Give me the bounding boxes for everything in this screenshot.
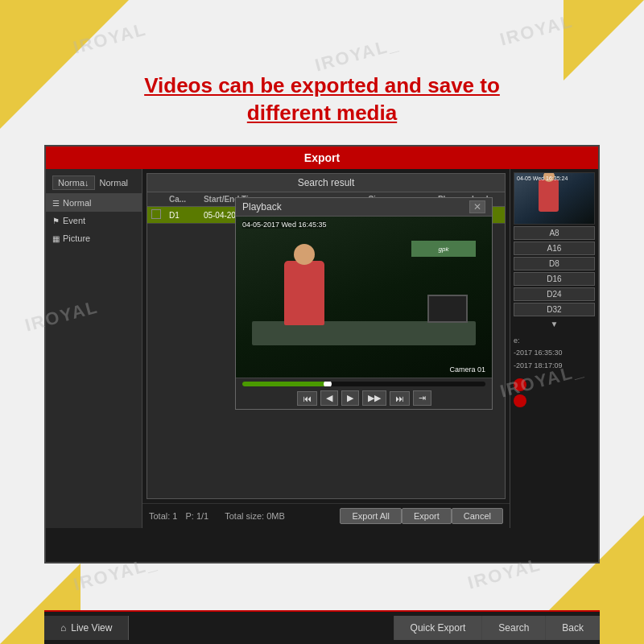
step-forward-button[interactable]: ▶▶ <box>362 390 386 406</box>
checkbox-checked[interactable] <box>151 209 161 219</box>
search-button[interactable]: Search <box>481 616 545 640</box>
red-circle-2[interactable] <box>514 394 526 407</box>
row-channel: D1 <box>165 207 200 224</box>
dvr-title: Export <box>304 151 340 164</box>
heading-text: Videos can be exported and save to diffe… <box>0 72 644 127</box>
playback-controls: ⏮ ◀ ▶ ▶▶ ⏭ ⇥ <box>236 378 492 409</box>
scene-person <box>284 261 324 325</box>
cancel-button[interactable]: Cancel <box>452 508 503 524</box>
video-frame: gpk 04-05-2017 Wed 16:45:35 Camera 01 <box>236 217 492 378</box>
status-total-size: Total size: 0MB <box>225 511 285 521</box>
video-timestamp: 04-05-2017 Wed 16:45:35 <box>242 221 326 229</box>
live-view-button[interactable]: ⌂ Live View <box>44 616 129 640</box>
skip-start-button[interactable]: ⏮ <box>297 391 317 406</box>
sidebar-item-event[interactable]: ⚑ Event <box>46 212 142 229</box>
bg-triangle-tr <box>564 0 644 80</box>
expand-button[interactable]: ⇥ <box>413 390 431 406</box>
col-checkbox <box>147 192 165 207</box>
camera-preview: 04-05 Wed 16:35:24 <box>514 172 595 225</box>
channel-d8[interactable]: D8 <box>514 257 595 270</box>
scene-head <box>294 244 315 265</box>
cam-timestamp: 04-05 Wed 16:35:24 <box>517 175 568 181</box>
playback-buttons: ⏮ ◀ ▶ ▶▶ ⏭ ⇥ <box>242 390 485 406</box>
red-circle-1[interactable] <box>514 378 526 391</box>
sidebar-item-normal[interactable]: ☰ Normal <box>46 194 142 212</box>
progress-fill <box>242 382 328 386</box>
sidebar-item-event-label: Event <box>63 216 85 225</box>
playback-modal: Playback ✕ gpk 04-05-2017 Wed 16:45:35 <box>235 197 493 410</box>
info-start-value: -2017 16:35:30 <box>514 347 595 359</box>
status-page: P: 1/1 <box>185 511 208 521</box>
dvr-navbar: ⌂ Live View Quick Export Search Back <box>44 610 600 644</box>
info-start-label: e: <box>514 335 595 347</box>
step-back-button[interactable]: ◀ <box>320 390 338 406</box>
play-button[interactable]: ▶ <box>341 390 359 406</box>
scroll-down-icon[interactable]: ▼ <box>514 318 595 330</box>
playback-title: Playback <box>242 201 282 213</box>
playback-close-button[interactable]: ✕ <box>469 200 485 213</box>
search-result-header: Search result <box>147 174 505 192</box>
channel-d24[interactable]: D24 <box>514 287 595 301</box>
playback-modal-header: Playback ✕ <box>236 198 492 217</box>
dvr-body: Norma↓ Normal ☰ Normal ⚑ Event ▦ Picture… <box>46 169 598 528</box>
back-button[interactable]: Back <box>545 616 600 640</box>
scene-banner: gpk <box>411 241 476 257</box>
heading-area: Videos can be exported and save to diffe… <box>0 72 644 127</box>
cam-person <box>539 180 559 212</box>
scene-monitor <box>427 295 468 323</box>
dvr-sidebar: Norma↓ Normal ☰ Normal ⚑ Event ▦ Picture <box>46 169 142 528</box>
sidebar-item-normal-label: Normal <box>63 198 91 208</box>
dvr-titlebar: Export <box>46 147 598 169</box>
sidebar-item-picture-label: Picture <box>63 233 90 243</box>
info-panel: e: -2017 16:35:30 -2017 18:17:09 <box>514 335 595 372</box>
status-bar: Total: 1 P: 1/1 Total size: 0MB Export A… <box>142 503 510 528</box>
mode-label[interactable]: Norma↓ <box>52 175 95 190</box>
mode-selector[interactable]: Norma↓ Normal <box>46 172 142 194</box>
video-camera-label: Camera 01 <box>449 365 485 374</box>
export-button[interactable]: Export <box>402 508 452 524</box>
live-view-label: Live View <box>71 622 112 634</box>
dvr-right-panel: 04-05 Wed 16:35:24 A8 A16 D8 D16 D24 D32… <box>510 169 598 528</box>
dvr-main-content: Search result Ca... Start/End Time Size … <box>142 169 510 528</box>
event-icon: ⚑ <box>52 217 60 225</box>
progress-thumb[interactable] <box>324 382 332 386</box>
channel-a8[interactable]: A8 <box>514 226 595 240</box>
heading-line2: different media <box>247 101 397 125</box>
quick-export-button[interactable]: Quick Export <box>394 616 482 640</box>
channel-d16[interactable]: D16 <box>514 272 595 286</box>
sidebar-item-picture[interactable]: ▦ Picture <box>46 229 142 247</box>
scene-banner-text: gpk <box>439 246 449 253</box>
dvr-interface: Export Norma↓ Normal ☰ Normal ⚑ Event ▦ … <box>44 145 600 564</box>
search-result-title: Search result <box>298 177 355 188</box>
picture-icon: ▦ <box>52 234 60 243</box>
progress-bar[interactable] <box>242 382 485 386</box>
export-all-button[interactable]: Export All <box>340 508 401 524</box>
watermark-2: IROYAL_ <box>312 34 401 76</box>
person-sim: 04-05 Wed 16:35:24 <box>514 173 594 224</box>
normal-icon: ☰ <box>52 199 60 208</box>
mode-value: Normal <box>95 176 133 189</box>
info-end-value: -2017 18:17:09 <box>514 360 595 372</box>
row-checkbox[interactable] <box>147 207 165 224</box>
skip-end-button[interactable]: ⏭ <box>390 391 410 406</box>
status-total: Total: 1 <box>149 511 177 521</box>
heading-line1: Videos can be exported and save to <box>144 73 500 97</box>
side-circles <box>514 378 595 407</box>
col-camera: Ca... <box>165 192 200 207</box>
channel-d32[interactable]: D32 <box>514 303 595 316</box>
playback-video-area: gpk 04-05-2017 Wed 16:45:35 Camera 01 <box>236 217 492 378</box>
home-icon: ⌂ <box>60 622 66 634</box>
channel-a16[interactable]: A16 <box>514 242 595 255</box>
